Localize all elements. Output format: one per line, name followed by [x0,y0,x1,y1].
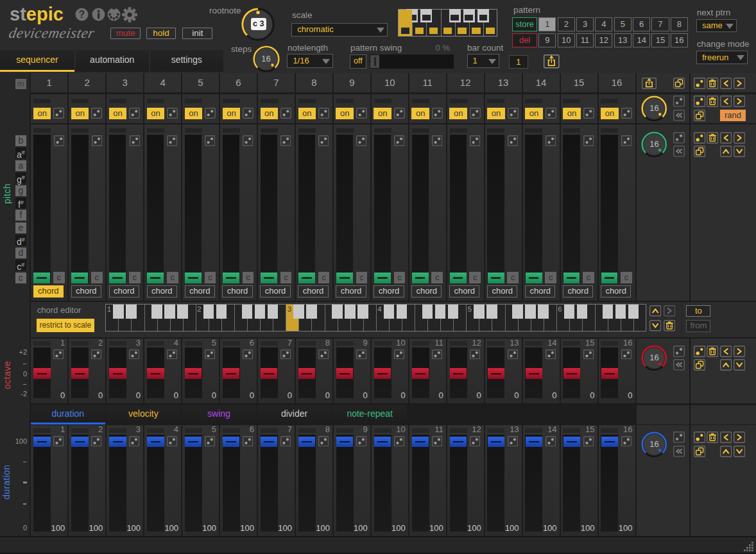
svg-text:?: ? [79,9,85,20]
